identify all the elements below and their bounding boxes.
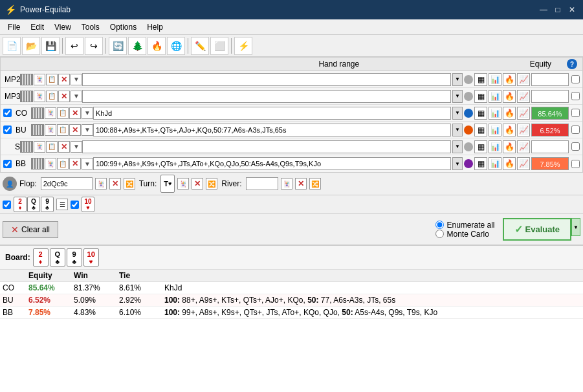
row-mp2-icon3[interactable]: 🔥 <box>503 73 516 86</box>
row-sb-icon1[interactable]: ▦ <box>474 140 487 153</box>
toolbar-refresh[interactable]: 🔄 <box>109 37 127 55</box>
row-mp2-btn2[interactable]: 📋 <box>46 74 58 85</box>
toolbar-fire[interactable]: 🔥 <box>148 37 166 55</box>
row-sb-delete[interactable]: ✕ <box>58 141 70 153</box>
toolbar-open[interactable]: 📂 <box>22 37 40 55</box>
help-icon[interactable]: ? <box>567 59 577 69</box>
checkbox-sb[interactable] <box>571 142 580 151</box>
checkbox-bb-left[interactable] <box>3 160 12 168</box>
toolbar-pencil[interactable]: ✏️ <box>191 37 209 55</box>
row-co-delete[interactable]: ✕ <box>69 107 81 119</box>
river-input[interactable] <box>246 177 278 190</box>
turn-shuffle[interactable]: 🔀 <box>206 178 217 190</box>
range-input-sb[interactable] <box>82 140 451 153</box>
range-input-bb[interactable] <box>93 157 451 170</box>
range-input-mp2[interactable] <box>82 73 451 86</box>
mini-card-9c[interactable]: 9 ♣ <box>41 197 54 212</box>
maximize-button[interactable]: □ <box>552 4 564 16</box>
row-mp3-dropdown[interactable]: ▼ <box>452 90 463 103</box>
row-mp2-dropdown[interactable]: ▼ <box>452 73 463 86</box>
checkbox-mp2[interactable] <box>571 75 580 83</box>
row-co-icon2[interactable]: 📊 <box>489 107 501 120</box>
river-clear[interactable]: ✕ <box>295 178 307 190</box>
checkbox-mp3[interactable] <box>571 92 580 100</box>
checkbox-bu[interactable] <box>571 125 580 134</box>
cards-checkbox2[interactable] <box>71 201 79 209</box>
row-bb-icon2[interactable]: 📊 <box>489 157 501 170</box>
flop-btn1[interactable]: 🃏 <box>95 178 107 190</box>
evaluate-button[interactable]: ✓ Evaluate <box>503 218 571 241</box>
row-co-dropdown[interactable]: ▼ <box>452 107 463 120</box>
checkbox-co[interactable] <box>571 109 580 117</box>
row-mp3-icon3[interactable]: 🔥 <box>503 90 516 103</box>
row-bb-icon4[interactable]: 📈 <box>517 157 530 170</box>
close-button[interactable]: ✕ <box>566 4 578 16</box>
enumerate-all-radio[interactable] <box>435 221 444 229</box>
row-bb-delete[interactable]: ✕ <box>69 158 81 169</box>
row-mp3-icon1[interactable]: ▦ <box>474 90 487 103</box>
row-bb-icon1[interactable]: ▦ <box>474 157 487 170</box>
evaluate-dropdown-btn[interactable]: ▼ <box>571 218 580 236</box>
toolbar-new[interactable]: 📄 <box>3 37 21 55</box>
row-co-btn2[interactable]: 📋 <box>57 107 69 119</box>
row-mp2-arrow[interactable]: ▼ <box>71 74 82 85</box>
range-pattern-icon-co[interactable] <box>31 107 44 119</box>
row-sb-icon4[interactable]: 📈 <box>517 140 530 153</box>
turn-btn1[interactable]: 🃏 <box>177 178 189 190</box>
row-sb-btn2[interactable]: 📋 <box>46 141 58 153</box>
row-mp2-icon1[interactable]: ▦ <box>474 73 487 86</box>
row-bb-btn1[interactable]: 🃏 <box>45 158 56 169</box>
toolbar-undo[interactable]: ↩ <box>65 37 83 55</box>
menu-edit[interactable]: Edit <box>25 21 49 33</box>
cards-checkbox1[interactable] <box>3 201 11 209</box>
range-input-mp3[interactable] <box>82 90 451 103</box>
row-bb-arrow[interactable]: ▼ <box>82 158 93 169</box>
toolbar-lightning[interactable]: ⚡ <box>234 37 252 55</box>
row-sb-dropdown[interactable]: ▼ <box>452 140 463 153</box>
range-input-bu[interactable] <box>93 124 451 136</box>
toolbar-tree[interactable]: 🌲 <box>128 37 146 55</box>
row-mp3-btn1[interactable]: 🃏 <box>34 91 45 102</box>
row-bu-icon3[interactable]: 🔥 <box>503 124 516 136</box>
turn-clear[interactable]: ✕ <box>192 178 203 190</box>
row-co-btn1[interactable]: 🃏 <box>45 107 56 119</box>
row-mp3-icon4[interactable]: 📈 <box>517 90 530 103</box>
range-input-co[interactable] <box>93 107 451 120</box>
row-bb-dropdown[interactable]: ▼ <box>452 157 463 170</box>
row-sb-icon2[interactable]: 📊 <box>489 140 501 153</box>
row-sb-icon3[interactable]: 🔥 <box>503 140 516 153</box>
row-mp3-delete[interactable]: ✕ <box>58 91 70 102</box>
row-mp2-icon2[interactable]: 📊 <box>489 73 501 86</box>
minimize-button[interactable]: — <box>538 4 549 16</box>
row-mp2-icon4[interactable]: 📈 <box>517 73 530 86</box>
river-shuffle[interactable]: 🔀 <box>309 178 321 190</box>
mini-card-th[interactable]: 10 ♥ <box>82 197 94 212</box>
toolbar-save[interactable]: 💾 <box>41 37 60 55</box>
monte-carlo-radio[interactable] <box>435 230 444 238</box>
range-pattern-icon-bu[interactable] <box>31 124 44 136</box>
mini-card-2d[interactable]: 2 ♦ <box>14 197 27 212</box>
row-mp3-icon2[interactable]: 📊 <box>489 90 501 103</box>
row-bu-delete[interactable]: ✕ <box>69 124 81 136</box>
row-mp2-delete[interactable]: ✕ <box>58 74 70 85</box>
range-pattern-icon-sb[interactable] <box>20 141 33 153</box>
row-bu-btn1[interactable]: 🃏 <box>45 124 56 136</box>
row-sb-arrow[interactable]: ▼ <box>71 141 82 153</box>
menu-help[interactable]: Help <box>142 21 168 33</box>
row-mp3-btn2[interactable]: 📋 <box>46 91 58 102</box>
row-bb-icon3[interactable]: 🔥 <box>503 157 516 170</box>
range-pattern-icon[interactable] <box>20 74 33 85</box>
checkbox-co-left[interactable] <box>3 109 12 117</box>
row-bu-icon4[interactable]: 📈 <box>517 124 530 136</box>
row-co-icon4[interactable]: 📈 <box>517 107 530 120</box>
checkbox-bb[interactable] <box>571 160 580 168</box>
menu-file[interactable]: File <box>3 21 25 33</box>
toolbar-redo[interactable]: ↪ <box>85 37 103 55</box>
row-bu-arrow[interactable]: ▼ <box>82 124 93 136</box>
checkbox-bu-left[interactable] <box>3 125 12 134</box>
row-co-icon3[interactable]: 🔥 <box>503 107 516 120</box>
row-bu-icon1[interactable]: ▦ <box>474 124 487 136</box>
cards-filter-btn[interactable]: ☰ <box>56 199 68 210</box>
row-co-icon1[interactable]: ▦ <box>474 107 487 120</box>
row-bu-icon2[interactable]: 📊 <box>489 124 501 136</box>
